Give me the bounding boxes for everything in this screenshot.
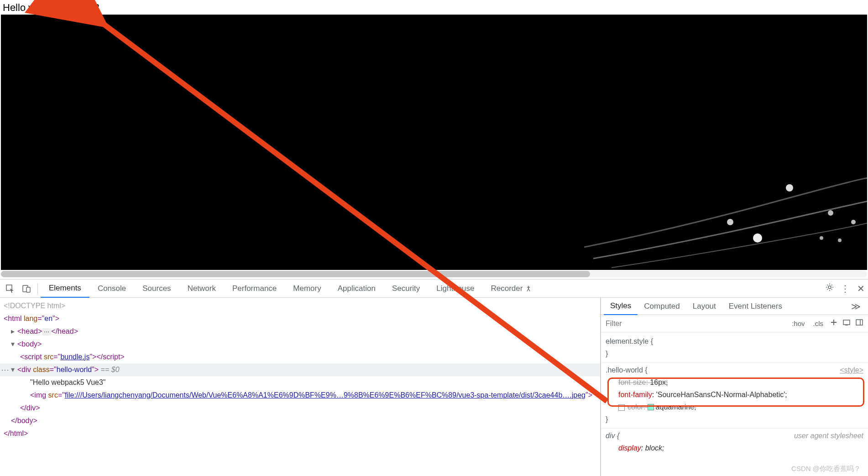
img-node[interactable]: <img src="file:///Users/liangchenyang/Do…	[0, 389, 600, 402]
horizontal-scrollbar[interactable]	[1, 271, 867, 277]
html-open[interactable]: <html lang="en">	[4, 315, 59, 322]
elements-tree[interactable]: <!DOCTYPE html> <html lang="en"> ▸<head>…	[0, 298, 601, 476]
tab-event-listeners[interactable]: Event Listeners	[722, 298, 789, 315]
svg-point-3	[828, 210, 833, 216]
svg-rect-9	[26, 287, 30, 292]
doctype: <!DOCTYPE html>	[4, 302, 65, 310]
decl-font-family[interactable]: font-family: 'SourceHanSansCN-Normal-Alp…	[606, 388, 863, 401]
divider	[37, 283, 38, 294]
script-node[interactable]: <script src="bundle.js"></script>	[0, 351, 600, 363]
tab-performance[interactable]: Performance	[224, 279, 285, 298]
svg-point-6	[851, 220, 856, 224]
rendered-page: Hello webpack5 Vue3	[0, 0, 868, 274]
svg-point-5	[838, 238, 842, 242]
filter-input[interactable]	[601, 320, 789, 328]
filter-row: :hov .cls	[601, 315, 868, 332]
tab-sources[interactable]: Sources	[134, 279, 179, 298]
tab-layout[interactable]: Layout	[686, 298, 722, 315]
caret-down-icon[interactable]: ▾	[11, 338, 17, 351]
svg-point-11	[828, 286, 831, 289]
div-close[interactable]: </div>	[20, 404, 40, 412]
rule-origin-link[interactable]: <style>	[840, 364, 863, 376]
device-toggle-icon[interactable]	[20, 282, 33, 295]
svg-point-4	[820, 236, 823, 240]
tab-memory[interactable]: Memory	[285, 279, 329, 298]
tab-security[interactable]: Security	[384, 279, 428, 298]
rule-element-style[interactable]: element.style { }	[601, 334, 868, 363]
more-tabs-icon[interactable]: ≫	[847, 301, 865, 312]
inspect-icon[interactable]	[4, 282, 16, 295]
html-close[interactable]: </html>	[4, 429, 28, 437]
tab-lighthouse[interactable]: Lighthouse	[428, 279, 482, 298]
devtools-tabs: Elements Console Sources Network Perform…	[0, 279, 868, 298]
tab-recorder[interactable]: Recorder	[483, 279, 541, 298]
page-image	[1, 15, 867, 270]
tab-elements[interactable]: Elements	[41, 279, 89, 298]
svg-point-2	[753, 233, 762, 243]
body-close[interactable]: </body>	[11, 417, 37, 424]
styles-sidebar: Styles Computed Layout Event Listeners ≫…	[601, 298, 868, 476]
watermark: CSDN @你吃香蕉吗？	[791, 465, 861, 473]
selected-node[interactable]: ⋯ ▾<div class="hello-world"> == $0	[0, 363, 600, 376]
head-tag[interactable]: <head>	[17, 327, 42, 335]
settings-icon[interactable]	[824, 283, 835, 294]
computed-toggle-icon[interactable]	[842, 318, 852, 329]
tab-styles[interactable]: Styles	[604, 298, 638, 315]
rule-origin-ua: user agent stylesheet	[794, 429, 863, 442]
rule-hello-world[interactable]: <style> .hello-world { font-size: 16px; …	[601, 363, 868, 429]
page-heading: Hello webpack5 Vue3	[0, 0, 868, 16]
new-rule-icon[interactable]	[829, 318, 839, 329]
decl-display: display: block;	[606, 442, 863, 454]
styles-tabs: Styles Computed Layout Event Listeners ≫	[601, 298, 868, 315]
svg-rect-12	[843, 320, 850, 325]
tab-console[interactable]: Console	[89, 279, 134, 298]
svg-point-0	[786, 184, 793, 191]
css-rules[interactable]: element.style { } <style> .hello-world {…	[601, 332, 868, 476]
tab-application[interactable]: Application	[329, 279, 384, 298]
svg-rect-13	[856, 320, 863, 325]
close-icon[interactable]: ✕	[855, 283, 866, 294]
svg-point-10	[528, 288, 529, 289]
scrollbar-thumb[interactable]	[1, 271, 590, 277]
text-node[interactable]: "Hello webpack5 Vue3"	[0, 376, 600, 389]
more-actions-icon[interactable]: ⋯	[1, 363, 9, 376]
cls-button[interactable]: .cls	[810, 319, 826, 328]
decl-font-size[interactable]: font-size: 16px;	[606, 376, 863, 388]
rule-div-ua[interactable]: user agent stylesheet div { display: blo…	[601, 429, 868, 457]
tab-computed[interactable]: Computed	[638, 298, 686, 315]
caret-icon[interactable]: ▸	[11, 325, 17, 338]
decl-color[interactable]: color: aquamarine;	[606, 401, 863, 413]
body-tag[interactable]: <body>	[17, 340, 42, 348]
ellipsis-icon[interactable]: ⋯	[42, 328, 51, 336]
color-swatch-icon[interactable]	[648, 404, 654, 410]
svg-point-1	[727, 219, 733, 225]
caret-down-icon[interactable]: ▾	[11, 363, 17, 376]
kebab-menu-icon[interactable]: ⋮	[840, 283, 851, 294]
tab-network[interactable]: Network	[179, 279, 224, 298]
hov-button[interactable]: :hov	[789, 319, 807, 328]
devtools: Elements Console Sources Network Perform…	[0, 279, 868, 476]
checkbox-icon[interactable]	[618, 404, 625, 411]
panel-layout-icon[interactable]	[854, 318, 864, 329]
